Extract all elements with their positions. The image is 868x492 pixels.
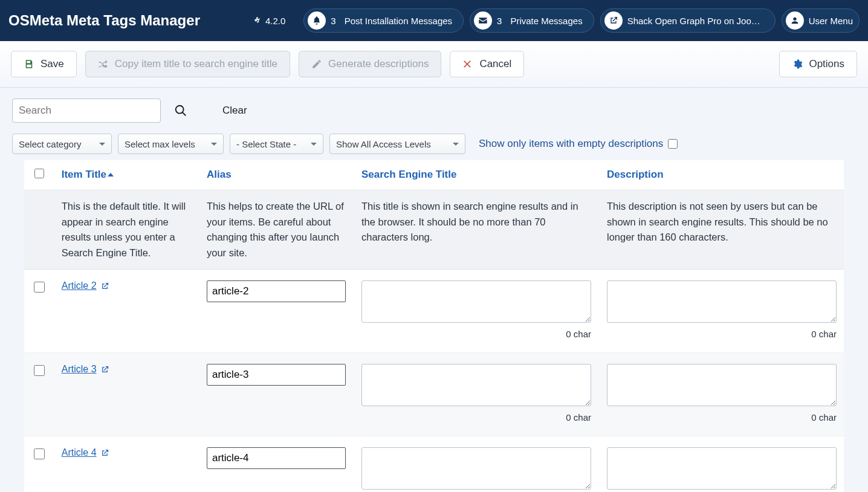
envelope-icon (474, 11, 492, 30)
chevron-down-icon (311, 143, 317, 146)
chevron-down-icon (211, 143, 217, 146)
show-empty-checkbox[interactable] (668, 139, 678, 149)
description-textarea[interactable] (607, 364, 837, 406)
clear-button[interactable]: Clear (222, 105, 247, 117)
seo-title-textarea[interactable] (361, 364, 591, 406)
page-title: OSMeta Meta Tags Manager (8, 12, 253, 29)
item-title-link[interactable]: Article 2 (62, 280, 109, 291)
post-install-messages-button[interactable]: 3 Post Installation Messages (303, 8, 464, 33)
access-level-select[interactable]: Show All Access Levels (329, 134, 465, 154)
item-title-link[interactable]: Article 3 (62, 364, 109, 375)
alias-input[interactable] (207, 364, 346, 386)
generate-descriptions-button[interactable]: Generate descriptions (299, 51, 441, 77)
table-row: Article 30 char0 char (24, 353, 844, 436)
app-header: OSMeta Meta Tags Manager 4.2.0 3 Post In… (0, 0, 868, 41)
user-menu-button[interactable]: User Menu (782, 8, 860, 33)
private-messages-button[interactable]: 3 Private Messages (470, 8, 594, 33)
external-link-icon (100, 448, 109, 458)
save-button[interactable]: Save (11, 51, 77, 77)
external-link-icon (100, 365, 109, 374)
external-link-icon (100, 282, 109, 291)
seo-title-textarea[interactable] (361, 447, 591, 490)
col-desc-description: This description is not seen by users bu… (598, 190, 844, 270)
col-seo-title[interactable]: Search Engine Title (353, 160, 598, 190)
filters: Clear Select category Select max levels … (0, 88, 868, 492)
row-checkbox[interactable] (34, 448, 45, 459)
col-alias[interactable]: Alias (198, 160, 353, 190)
options-button[interactable]: Options (779, 51, 857, 77)
bell-icon (308, 11, 326, 30)
search-button[interactable] (174, 104, 187, 117)
col-description[interactable]: Description (598, 160, 844, 190)
show-empty-descriptions-toggle[interactable]: Show only items with empty descriptions (479, 138, 678, 150)
shuffle-icon (98, 59, 109, 70)
joomla-icon (253, 16, 262, 26)
copy-title-button[interactable]: Copy item title to search engine title (85, 51, 290, 77)
items-table: Item Title Alias Search Engine Title Des… (24, 160, 844, 492)
char-counter: 0 char (361, 412, 591, 422)
col-desc-seo-title: This title is shown in search engine res… (353, 190, 598, 270)
user-icon (786, 11, 804, 30)
alias-input[interactable] (207, 447, 346, 469)
char-counter: 0 char (361, 329, 591, 339)
row-checkbox[interactable] (34, 365, 45, 376)
char-counter: 0 char (607, 412, 837, 422)
seo-title-textarea[interactable] (361, 280, 591, 323)
select-all-checkbox[interactable] (34, 169, 44, 178)
chevron-down-icon (99, 143, 105, 146)
close-icon (462, 59, 473, 70)
chevron-down-icon (453, 143, 459, 146)
col-desc-alias: This helps to create the URL of your ite… (198, 190, 353, 270)
shack-og-link-button[interactable]: Shack Open Graph Pro on Joom... (600, 8, 776, 33)
alias-input[interactable] (207, 280, 346, 302)
private-messages-count: 3 (497, 16, 502, 26)
col-desc-item-title: This is the default title. It will appea… (53, 190, 198, 270)
external-link-icon (604, 11, 623, 30)
post-install-count: 3 (331, 16, 335, 26)
pencil-icon (311, 59, 322, 70)
search-input[interactable] (12, 99, 161, 123)
search-icon (174, 104, 187, 117)
gear-icon (792, 59, 803, 70)
table-row: Article 40 char0 char (24, 436, 844, 492)
char-counter: 0 char (607, 329, 837, 339)
col-item-title[interactable]: Item Title (53, 160, 198, 190)
joomla-version: 4.2.0 (253, 16, 285, 26)
description-textarea[interactable] (607, 447, 837, 490)
max-levels-select[interactable]: Select max levels (118, 134, 224, 154)
save-icon (24, 59, 34, 70)
state-select[interactable]: - Select State - (230, 134, 323, 154)
toolbar: Save Copy item title to search engine ti… (0, 41, 868, 88)
description-textarea[interactable] (607, 280, 837, 323)
cancel-button[interactable]: Cancel (450, 51, 524, 77)
category-select[interactable]: Select category (12, 134, 112, 154)
item-title-link[interactable]: Article 4 (62, 447, 109, 458)
table-row: Article 20 char0 char (24, 270, 844, 353)
row-checkbox[interactable] (34, 282, 45, 293)
sort-asc-icon (108, 173, 114, 176)
